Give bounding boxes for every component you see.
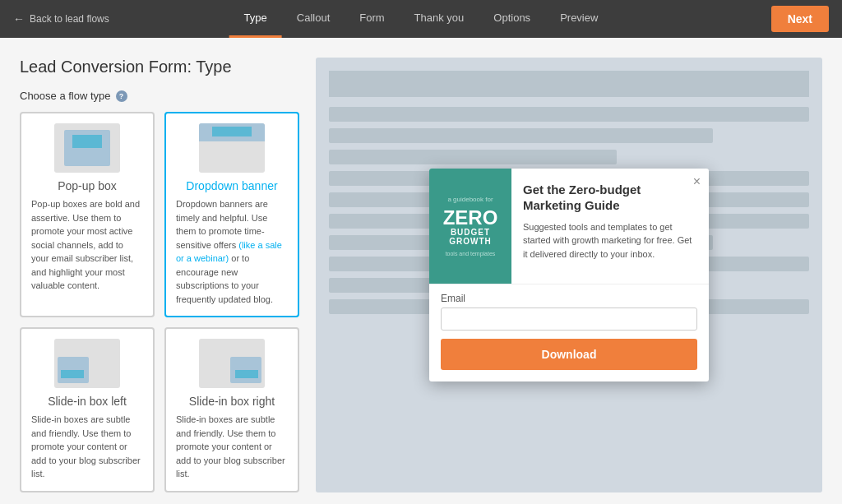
modal-title: Get the Zero-budget Marketing Guide [523, 182, 697, 214]
book-title-growth: GROWTH [449, 237, 492, 246]
modal-box: × a guidebook for ZERO BUDGET GROWTH too… [429, 169, 709, 381]
section-label: Choose a flow type ? [20, 90, 299, 102]
tab-type[interactable]: Type [229, 0, 282, 38]
top-nav: ← Back to lead flows Type Callout Form T… [0, 0, 842, 38]
popup-box-icon [54, 123, 120, 173]
popup-box-name: Pop-up box [58, 179, 117, 192]
modal-description: Suggested tools and templates to get sta… [523, 220, 697, 261]
modal-download-button[interactable]: Download [441, 339, 697, 370]
preview-panel: × a guidebook for ZERO BUDGET GROWTH too… [316, 58, 822, 492]
modal-text-area: Get the Zero-budget Marketing Guide Sugg… [511, 169, 709, 284]
modal-body: Email Download [429, 284, 709, 381]
help-icon[interactable]: ? [116, 90, 127, 102]
back-arrow-icon: ← [13, 12, 25, 25]
tab-preview[interactable]: Preview [545, 0, 613, 38]
modal-email-input[interactable] [441, 307, 697, 331]
book-subtitle: a guidebook for [447, 196, 493, 203]
modal-overlay: × a guidebook for ZERO BUDGET GROWTH too… [316, 58, 822, 492]
book-title-zero: ZERO [443, 208, 498, 228]
tab-form[interactable]: Form [345, 0, 399, 38]
flow-card-slidein-right[interactable]: Slide-in box right Slide-in boxes are su… [164, 327, 299, 492]
slidein-left-icon [54, 339, 120, 388]
book-title-budget: BUDGET [451, 228, 490, 237]
modal-close-button[interactable]: × [693, 175, 701, 188]
popup-box-desc: Pop-up boxes are bold and assertive. Use… [31, 197, 143, 293]
modal-email-label: Email [441, 293, 697, 304]
modal-header: a guidebook for ZERO BUDGET GROWTH tools… [429, 169, 709, 284]
dropdown-banner-name: Dropdown banner [186, 179, 277, 192]
flow-card-popup[interactable]: Pop-up box Pop-up boxes are bold and ass… [20, 112, 155, 317]
page-title: Lead Conversion Form: Type [20, 58, 299, 76]
book-tagline: tools and templates [446, 251, 496, 257]
slidein-right-desc: Slide-in boxes are subtle and friendly. … [176, 413, 288, 481]
tab-thankyou[interactable]: Thank you [400, 0, 479, 38]
dropdown-banner-icon [199, 123, 265, 173]
tab-options[interactable]: Options [479, 0, 545, 38]
slidein-left-desc: Slide-in boxes are subtle and friendly. … [31, 413, 143, 481]
flow-card-dropdown[interactable]: Dropdown banner Dropdown banners are tim… [164, 112, 299, 317]
flow-type-grid: Pop-up box Pop-up boxes are bold and ass… [20, 112, 299, 492]
back-to-lead-flows-link[interactable]: ← Back to lead flows [13, 12, 109, 25]
flow-card-slidein-left[interactable]: Slide-in box left Slide-in boxes are sub… [20, 327, 155, 492]
modal-book-cover: a guidebook for ZERO BUDGET GROWTH tools… [429, 169, 511, 284]
left-panel: Lead Conversion Form: Type Choose a flow… [20, 58, 299, 492]
slidein-right-icon [199, 339, 265, 388]
main-content: Lead Conversion Form: Type Choose a flow… [0, 38, 842, 504]
nav-tabs: Type Callout Form Thank you Options Prev… [229, 0, 613, 38]
dropdown-banner-desc: Dropdown banners are timely and helpful.… [176, 197, 288, 306]
next-button[interactable]: Next [771, 6, 829, 32]
slidein-left-name: Slide-in box left [48, 395, 127, 408]
slidein-right-name: Slide-in box right [189, 395, 275, 408]
back-link-label: Back to lead flows [30, 13, 109, 25]
tab-callout[interactable]: Callout [282, 0, 345, 38]
